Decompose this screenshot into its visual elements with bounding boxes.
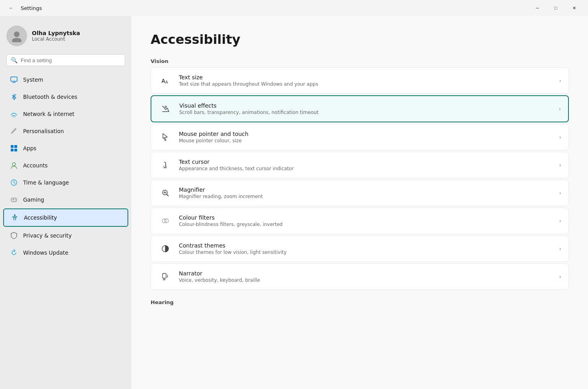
svg-point-15 [165, 106, 167, 108]
search-input[interactable] [21, 57, 121, 63]
narrator-name: Narrator [179, 270, 553, 277]
settings-card-colour-filters[interactable]: Colour filtersColour-blindness filters, … [151, 208, 569, 234]
magnifier-desc: Magnifier reading, zoom increment [179, 194, 553, 199]
sidebar-label-privacy: Privacy & security [23, 232, 72, 239]
colour-filters-name: Colour filters [179, 214, 553, 221]
svg-rect-8 [14, 149, 17, 151]
sidebar-label-accessibility: Accessibility [24, 214, 57, 221]
time-icon [10, 178, 18, 187]
accessibility-icon [10, 213, 19, 222]
svg-point-19 [162, 219, 166, 223]
contrast-themes-chevron-icon: › [559, 246, 561, 252]
magnifier-name: Magnifier [179, 187, 553, 193]
search-wrap: 🔍 [0, 54, 131, 71]
magnifier-chevron-icon: › [559, 190, 561, 196]
sidebar-item-apps[interactable]: Apps [3, 140, 128, 157]
colour-filters-desc: Colour-blindness filters, greyscale, inv… [179, 222, 553, 227]
sidebar-label-gaming: Gaming [23, 196, 44, 203]
bluetooth-icon [10, 92, 18, 101]
user-info: Olha Lypnytska Local Account [32, 30, 80, 42]
text-size-name: Text size [179, 74, 553, 81]
maximize-button[interactable]: □ [547, 2, 565, 14]
svg-rect-2 [11, 77, 17, 81]
sidebar-label-bluetooth: Bluetooth & devices [23, 94, 77, 100]
sidebar-item-personalisation[interactable]: Personalisation [3, 123, 128, 139]
minimize-button[interactable]: ─ [528, 2, 547, 14]
settings-card-visual-effects[interactable]: Visual effectsScroll bars, transparency,… [151, 95, 569, 122]
titlebar-left: ← Settings [5, 2, 42, 14]
mouse-pointer-name: Mouse pointer and touch [179, 131, 553, 137]
titlebar-controls: ─ □ ✕ [528, 2, 583, 14]
gaming-icon [10, 195, 18, 204]
sidebar-item-bluetooth[interactable]: Bluetooth & devices [3, 88, 128, 105]
user-profile[interactable]: Olha Lypnytska Local Account [0, 16, 131, 54]
sidebar-item-network[interactable]: Network & internet [3, 106, 128, 122]
svg-rect-5 [11, 145, 14, 148]
svg-rect-3 [12, 82, 16, 83]
sidebar-label-apps: Apps [23, 145, 36, 151]
contrast-themes-desc: Colour themes for low vision, light sens… [179, 250, 553, 255]
sidebar: Olha Lypnytska Local Account 🔍 SystemBlu… [0, 16, 131, 389]
text-cursor-name: Text cursor [179, 159, 553, 165]
sidebar-label-system: System [23, 77, 43, 83]
system-icon [10, 75, 18, 84]
sidebar-label-personalisation: Personalisation [23, 128, 64, 134]
mouse-pointer-desc: Mouse pointer colour, size [179, 138, 553, 143]
update-icon [10, 248, 18, 257]
sidebar-item-accounts[interactable]: Accounts [3, 157, 128, 174]
vision-section-label: Vision [151, 58, 569, 64]
settings-card-text-cursor[interactable]: AbText cursorAppearance and thickness, t… [151, 152, 569, 178]
app-body: Olha Lypnytska Local Account 🔍 SystemBlu… [0, 16, 588, 389]
mouse-pointer-icon [158, 130, 172, 144]
sidebar-item-privacy[interactable]: Privacy & security [3, 227, 128, 244]
text-size-desc: Text size that appears throughout Window… [179, 81, 553, 87]
sidebar-label-network: Network & internet [23, 111, 74, 117]
mouse-pointer-chevron-icon: › [559, 134, 561, 140]
main-content: Accessibility Vision AAText sizeText siz… [131, 16, 588, 389]
app-title: Settings [21, 5, 42, 11]
text-cursor-icon: Ab [158, 158, 172, 172]
close-button[interactable]: ✕ [565, 2, 583, 14]
svg-rect-22 [163, 273, 166, 278]
settings-card-contrast-themes[interactable]: Contrast themesColour themes for low vis… [151, 236, 569, 262]
network-icon [10, 110, 18, 118]
settings-card-text-size[interactable]: AAText sizeText size that appears throug… [151, 67, 569, 94]
svg-point-12 [14, 214, 16, 216]
sidebar-item-update[interactable]: Windows Update [3, 244, 128, 261]
sidebar-label-accounts: Accounts [23, 162, 48, 169]
personalisation-icon [10, 127, 18, 136]
text-cursor-chevron-icon: › [559, 162, 561, 168]
user-sub: Local Account [32, 36, 80, 42]
vision-items: AAText sizeText size that appears throug… [151, 67, 569, 290]
hearing-section-label: Hearing [151, 299, 569, 305]
sidebar-label-update: Windows Update [23, 250, 68, 256]
sidebar-item-gaming[interactable]: Gaming [3, 191, 128, 208]
back-button[interactable]: ← [5, 2, 18, 14]
sidebar-item-accessibility[interactable]: Accessibility [3, 208, 128, 227]
settings-card-mouse-pointer[interactable]: Mouse pointer and touchMouse pointer col… [151, 124, 569, 150]
visual-effects-name: Visual effects [179, 102, 552, 109]
settings-card-narrator[interactable]: NarratorVoice, verbosity, keyboard, brai… [151, 263, 569, 290]
page-title: Accessibility [151, 32, 569, 47]
svg-point-1 [12, 38, 22, 42]
apps-icon [10, 144, 18, 153]
visual-effects-chevron-icon: › [559, 106, 561, 112]
visual-effects-desc: Scroll bars, transparency, animations, n… [179, 110, 552, 115]
search-icon: 🔍 [11, 57, 18, 63]
svg-point-0 [14, 31, 20, 37]
avatar [6, 26, 27, 46]
narrator-icon [158, 269, 172, 284]
titlebar: ← Settings ─ □ ✕ [0, 0, 588, 16]
privacy-icon [10, 231, 18, 240]
text-size-chevron-icon: › [559, 77, 561, 84]
sidebar-item-time[interactable]: Time & language [3, 174, 128, 191]
colour-filters-chevron-icon: › [559, 218, 561, 224]
search-box: 🔍 [6, 54, 125, 66]
settings-card-magnifier[interactable]: MagnifierMagnifier reading, zoom increme… [151, 180, 569, 206]
accounts-icon [10, 161, 18, 170]
sidebar-item-system[interactable]: System [3, 71, 128, 88]
svg-text:A: A [165, 80, 168, 84]
hearing-section: Hearing [151, 299, 569, 305]
narrator-desc: Voice, verbosity, keyboard, braille [179, 277, 553, 283]
svg-text:A: A [161, 78, 165, 84]
